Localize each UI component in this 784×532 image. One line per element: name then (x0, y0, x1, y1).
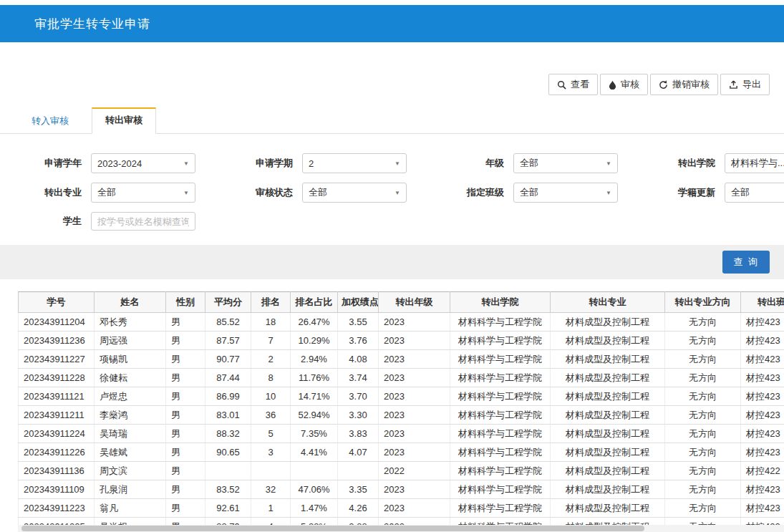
table-cell: 材料科学与工程学院 (450, 425, 551, 443)
view-button[interactable]: 查看 (548, 74, 598, 95)
select-value: 全部 (309, 186, 327, 199)
table-cell: 202343911236 (19, 332, 95, 350)
chevron-down-icon: ▼ (606, 160, 611, 167)
table-row[interactable]: 202343911211李燊鸿男83.013652.94%3.302023材料科… (19, 406, 784, 425)
table-row[interactable]: 202343911121卢煜忠男86.991014.71%3.702023材料科… (19, 387, 784, 406)
table-row[interactable]: 202343911227项锡凯男90.7722.94%4.082023材料科学与… (19, 350, 784, 369)
table-cell: 材料科学与工程学院 (450, 443, 551, 462)
query-button[interactable]: 查 询 (722, 251, 770, 274)
apply-term-select[interactable]: 2▼ (302, 153, 407, 173)
status-update-select[interactable]: 全部▼ (725, 183, 784, 203)
table-cell (205, 462, 251, 480)
column-header: 性别 (166, 292, 205, 313)
table-cell: 材料科学与工程学院 (450, 462, 551, 480)
assigned-class-select[interactable]: 全部▼ (513, 183, 618, 203)
table-cell: 2023 (379, 313, 450, 332)
table-cell: 86.99 (205, 387, 251, 406)
table-cell: 2023 (379, 499, 450, 518)
audit-button[interactable]: 审核 (600, 74, 648, 95)
filter-field: 指定班级全部▼ (444, 183, 618, 203)
table-cell: 材控423 (741, 406, 784, 425)
chevron-down-icon: ▼ (183, 160, 189, 167)
table-cell: 材控423 (741, 313, 784, 332)
table-cell: 材料成型及控制工程 (551, 387, 665, 406)
table-cell: 材控423 (741, 425, 784, 443)
tab-transfer-in-audit[interactable]: 转入审核 (29, 109, 72, 133)
page-header: 审批学生转专业申请 (0, 5, 784, 42)
table-cell: 3.55 (338, 313, 379, 332)
table-row[interactable]: 202343911224吴琦瑞男88.3257.35%3.832023材料科学与… (19, 425, 784, 443)
table-row[interactable]: 202343911236周远强男87.57710.29%3.762023材料科学… (19, 332, 784, 350)
query-strip: 查 询 (0, 245, 784, 279)
table-row[interactable]: 202343911226吴雄斌男90.6534.41%4.072023材料科学与… (19, 443, 784, 462)
table-row[interactable]: 202343911204邓长秀男85.521826.47%3.552023材料科… (19, 313, 784, 332)
table-cell: 男 (166, 443, 205, 462)
table-cell: 材控423 (741, 369, 784, 387)
undo-audit-button[interactable]: 撤销审核 (650, 74, 718, 95)
tab-transfer-out-audit[interactable]: 转出审核 (92, 107, 156, 134)
out-major-select[interactable]: 全部▼ (91, 183, 195, 203)
filter-label: 学生 (21, 215, 82, 228)
table-row[interactable]: 202343911136周文滨男2022材料科学与工程学院材料成型及控制工程无方… (19, 462, 784, 480)
table-cell: 材料科学与工程学院 (450, 406, 551, 425)
table-cell: 材控423 (741, 387, 784, 406)
select-value: 全部 (97, 186, 116, 199)
table-cell: 2.94% (291, 350, 338, 369)
grade-select[interactable]: 全部▼ (513, 153, 618, 173)
table-cell: 无方向 (665, 425, 741, 443)
column-header: 转出专业方向 (665, 292, 741, 313)
horizontal-scrollbar[interactable] (18, 525, 784, 532)
table-cell (338, 462, 379, 480)
droplet-icon (609, 80, 616, 90)
table-body: 202343911204邓长秀男85.521826.47%3.552023材料科… (19, 313, 784, 532)
table-cell: 3.74 (338, 369, 379, 387)
table-row[interactable]: 202343911223翁凡男92.6111.47%4.262023材料科学与工… (19, 499, 784, 518)
table-cell: 83.01 (205, 406, 251, 425)
filter-label: 审核状态 (233, 186, 293, 199)
table-cell: 翁凡 (95, 499, 166, 518)
chevron-down-icon: ▼ (606, 190, 611, 196)
table-cell (291, 462, 338, 480)
audit-status-select[interactable]: 全部▼ (302, 183, 407, 203)
out-college-select[interactable]: 材料科学与...▼ (725, 153, 784, 173)
page-title: 审批学生转专业申请 (34, 16, 150, 32)
table-cell: 2023 (379, 425, 450, 443)
filter-label: 申请学期 (233, 157, 293, 170)
chevron-down-icon: ▼ (183, 190, 189, 196)
table-cell: 202343911204 (19, 313, 95, 332)
table-cell: 202343911224 (19, 425, 95, 443)
apply-year-select[interactable]: 2023-2024▼ (91, 153, 195, 173)
table-cell: 10 (251, 387, 291, 406)
table-cell: 材料科学与工程学院 (450, 332, 551, 350)
table-cell: 87.44 (205, 369, 251, 387)
table-cell: 无方向 (665, 499, 741, 518)
tab-bar: 转入审核转出审核 (0, 110, 784, 134)
filter-field: 审核状态全部▼ (233, 183, 407, 203)
table-cell: 材料成型及控制工程 (551, 499, 665, 518)
filter-label: 申请学年 (21, 157, 82, 170)
table-cell: 周远强 (95, 332, 166, 350)
table-cell: 男 (166, 480, 205, 499)
table-cell: 4.26 (338, 499, 379, 518)
toolbar-button-label: 审核 (621, 78, 639, 91)
table-cell: 5 (251, 425, 291, 443)
table-cell: 4.08 (338, 350, 379, 369)
student-search-input[interactable] (91, 212, 195, 231)
filter-label: 转出专业 (21, 186, 82, 199)
table-cell: 材控423 (741, 499, 784, 518)
export-button[interactable]: 导出 (720, 74, 770, 95)
filter-panel: 申请学年2023-2024▼申请学期2▼年级全部▼转出学院材料科学与...▼转出… (0, 134, 784, 233)
select-value: 材料科学与... (731, 157, 784, 170)
table-cell: 2023 (379, 443, 450, 462)
scrollbar-thumb[interactable] (21, 526, 644, 531)
table-cell: 202343911227 (19, 350, 95, 369)
column-header: 平均分 (205, 292, 251, 313)
table-row[interactable]: 202343911109孔泉润男83.523247.06%3.352023材料科… (19, 480, 784, 499)
table-cell: 材料成型及控制工程 (551, 332, 665, 350)
column-header: 加权绩点 (338, 292, 379, 313)
table-cell: 4.41% (291, 443, 338, 462)
table-row[interactable]: 202343911228徐健耘男87.44811.76%3.742023材料科学… (19, 369, 784, 387)
table-cell: 92.61 (205, 499, 251, 518)
table-cell: 无方向 (665, 387, 741, 406)
table-cell: 2023 (379, 387, 450, 406)
